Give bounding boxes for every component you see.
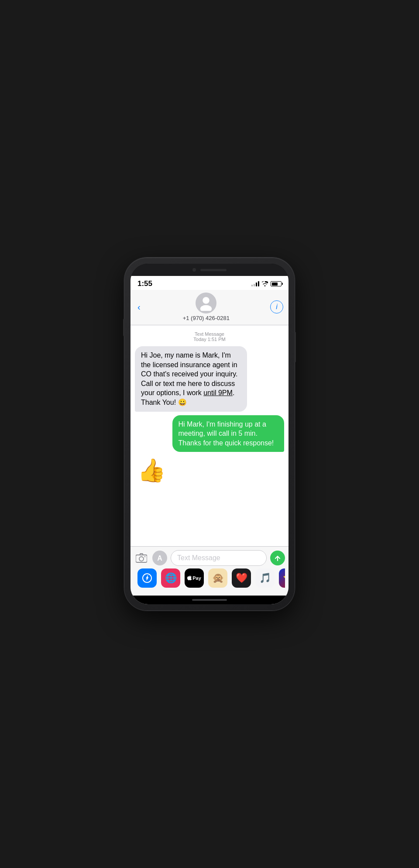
app-icon-extra[interactable]: ⭐ xyxy=(279,568,285,588)
battery-fill xyxy=(272,282,278,286)
app-icon-music[interactable]: 🎵 xyxy=(255,568,275,588)
applepay-label: Pay xyxy=(187,575,201,581)
phone-top-bar xyxy=(131,264,288,276)
nav-header: ‹ +1 (970) 426-0281 i xyxy=(131,290,288,325)
sent-message-row: Hi Mark, I'm finishing up at a meeting, … xyxy=(135,415,284,452)
camera-icon xyxy=(136,553,147,563)
monkey-emoji: 🙊 xyxy=(212,572,224,584)
emoji-message: 👍 xyxy=(137,457,284,484)
home-bar xyxy=(192,599,227,601)
svg-text:A: A xyxy=(157,555,162,562)
messages-area[interactable]: Text Message Today 1:51 PM Hi Joe, my na… xyxy=(131,325,288,546)
signal-bar-3 xyxy=(256,282,257,286)
sent-bubble: Hi Mark, I'm finishing up at a meeting, … xyxy=(172,415,285,452)
power-button xyxy=(294,332,296,362)
contact-center: +1 (970) 426-0281 xyxy=(183,293,230,321)
contact-phone[interactable]: +1 (970) 426-0281 xyxy=(183,315,230,321)
received-bubble: Hi Joe, my name is Mark, I'm the license… xyxy=(135,346,247,412)
music-emoji: 🎵 xyxy=(259,572,271,584)
info-button[interactable]: i xyxy=(270,300,283,313)
svg-point-4 xyxy=(144,556,145,557)
contact-avatar[interactable] xyxy=(196,293,216,313)
camera-dot xyxy=(192,268,196,272)
app-icons-row: 🌐 Pay 🙊 ❤️ xyxy=(134,566,285,592)
signal-bar-1 xyxy=(251,285,253,286)
phone-frame: 1:55 xyxy=(124,258,295,610)
status-icons xyxy=(251,281,282,286)
home-indicator xyxy=(131,596,288,604)
underline-text: until 9PM xyxy=(203,389,233,396)
signal-bars-icon xyxy=(251,281,259,286)
svg-point-3 xyxy=(139,557,144,561)
back-button[interactable]: ‹ xyxy=(136,300,142,314)
app-icon-heart[interactable]: ❤️ xyxy=(232,568,251,588)
app-icon-applepay[interactable]: Pay xyxy=(185,568,204,588)
input-row: A Text Message xyxy=(134,550,285,566)
screen: 1:55 xyxy=(131,276,288,604)
phone-inner: 1:55 xyxy=(131,264,288,604)
battery-icon xyxy=(271,281,282,286)
person-icon xyxy=(198,295,214,311)
speaker-bar xyxy=(200,269,227,271)
text-placeholder: Text Message xyxy=(177,554,220,562)
send-button[interactable] xyxy=(270,551,285,565)
send-icon xyxy=(274,554,282,562)
globe-emoji: 🌐 xyxy=(165,572,177,584)
text-input[interactable]: Text Message xyxy=(171,550,267,566)
svg-point-1 xyxy=(200,305,212,311)
extra-emoji: ⭐ xyxy=(283,572,285,584)
signal-bar-2 xyxy=(254,284,255,286)
app-icon-monkey[interactable]: 🙊 xyxy=(208,568,227,588)
appstore-icon: A xyxy=(152,551,167,565)
apple-logo-icon xyxy=(187,575,192,581)
app-icon-appstore[interactable] xyxy=(137,568,157,588)
appstore-logo-icon xyxy=(141,572,153,584)
volume-button xyxy=(123,319,125,336)
heart-emoji: ❤️ xyxy=(236,572,247,584)
status-bar: 1:55 xyxy=(131,276,288,290)
input-area: A Text Message xyxy=(131,546,288,596)
wifi-icon xyxy=(261,281,268,286)
app-icon-globe[interactable]: 🌐 xyxy=(161,568,180,588)
received-message-row: Hi Joe, my name is Mark, I'm the license… xyxy=(135,346,284,412)
message-timestamp: Text Message Today 1:51 PM xyxy=(135,331,284,342)
appstore-button[interactable]: A xyxy=(152,551,167,565)
signal-bar-4 xyxy=(258,281,259,286)
status-time: 1:55 xyxy=(137,279,152,288)
camera-button[interactable] xyxy=(134,551,149,565)
svg-point-0 xyxy=(203,297,210,304)
thumbs-up-icon: 👍 xyxy=(137,458,166,483)
info-label: i xyxy=(276,303,278,311)
